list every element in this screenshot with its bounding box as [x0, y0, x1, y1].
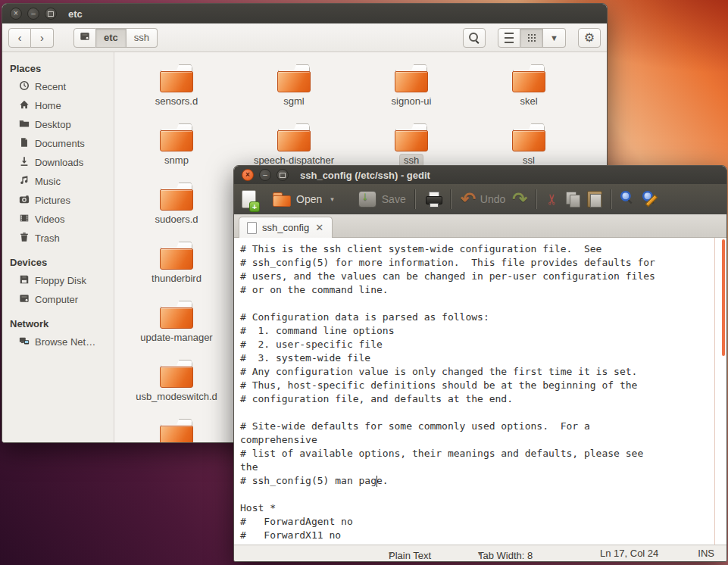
folder-label: update-manager: [136, 332, 216, 344]
window-title: etc: [68, 8, 83, 20]
folder-label: thunderbird: [148, 273, 205, 285]
code-line: # users, and the values can be changed i…: [240, 270, 719, 284]
code-line: # configuration file, and defaults at th…: [240, 393, 719, 407]
close-icon[interactable]: ×: [10, 8, 22, 20]
code-line: # ForwardAgent no: [240, 516, 719, 529]
sidebar-section-devices: Devices: [2, 254, 114, 271]
new-document-icon: +: [242, 190, 256, 208]
search-button[interactable]: [463, 28, 486, 48]
paste-button[interactable]: [587, 191, 602, 208]
sidebar-item[interactable]: Documents: [2, 134, 114, 153]
sidebar-item[interactable]: Browse Net…: [2, 332, 114, 351]
code-line: # list of available options, their meani…: [240, 448, 719, 461]
tab-bar: ssh_config ✕: [234, 214, 726, 238]
sidebar-item[interactable]: Downloads: [2, 153, 114, 172]
insert-mode-indicator: INS: [698, 548, 714, 559]
undo-icon: ↶: [461, 192, 476, 207]
breadcrumb-segment-ssh[interactable]: ssh: [127, 28, 158, 48]
replace-button[interactable]: [643, 192, 658, 207]
sidebar-item[interactable]: Floppy Disk: [2, 271, 114, 290]
copy-button[interactable]: [565, 192, 580, 207]
sidebar-item[interactable]: Trash: [2, 229, 114, 248]
sidebar-item[interactable]: Home: [2, 96, 114, 115]
text-cursor: [376, 476, 377, 487]
maximize-icon[interactable]: [277, 169, 289, 181]
cut-button[interactable]: ✂: [546, 191, 558, 208]
folder-item[interactable]: ssl: [472, 123, 586, 167]
sidebar-item[interactable]: Videos: [2, 210, 114, 229]
minimize-icon[interactable]: –: [259, 169, 271, 181]
new-document-button[interactable]: +: [242, 190, 256, 208]
code-line: # 1. command line options: [240, 325, 719, 339]
undo-button[interactable]: ↶ Undo: [461, 192, 506, 207]
folder-icon: [158, 183, 195, 211]
code-line: comprehensive: [240, 434, 719, 448]
tab-close-icon[interactable]: ✕: [314, 223, 324, 233]
maximize-icon[interactable]: [45, 8, 57, 20]
gear-icon: ⚙: [584, 32, 595, 44]
folder-item[interactable]: usb_modeswitch.d: [120, 360, 233, 403]
document-icon: [247, 222, 257, 234]
folder-item[interactable]: sensors.d: [120, 64, 233, 108]
cut-icon: ✂: [544, 193, 561, 205]
sidebar-item[interactable]: Recent: [2, 77, 114, 96]
sidebar-item[interactable]: Desktop: [2, 115, 114, 134]
back-button[interactable]: ‹: [8, 28, 31, 48]
folder-item[interactable]: sgml: [237, 64, 351, 108]
folder-item[interactable]: snmp: [120, 123, 233, 167]
clock-icon: [19, 80, 30, 93]
folder-icon: [511, 64, 547, 93]
scrollbar-thumb[interactable]: [722, 239, 725, 356]
sidebar-item[interactable]: Pictures: [2, 191, 114, 210]
folder-icon: [393, 123, 430, 152]
forward-button[interactable]: ›: [31, 28, 54, 48]
folder-item[interactable]: skel: [472, 64, 586, 108]
code-line: # ForwardX11 no: [240, 529, 719, 543]
chevron-down-icon: ▾: [330, 195, 334, 203]
paste-icon: [587, 191, 602, 208]
breadcrumb-segment-etc[interactable]: etc: [96, 28, 127, 48]
sidebar-item[interactable]: Computer: [2, 290, 114, 309]
folder-item[interactable]: thunderbird: [120, 242, 233, 285]
sidebar-item[interactable]: Music: [2, 172, 114, 191]
folder-icon: [158, 360, 195, 389]
file-manager-titlebar[interactable]: × – etc: [2, 4, 607, 23]
folder-item[interactable]: ssh: [355, 123, 468, 167]
redo-button[interactable]: ↷: [512, 192, 527, 207]
floppy-icon: [19, 274, 30, 287]
list-view-icon: [505, 33, 514, 43]
redo-icon: ↷: [512, 192, 527, 207]
print-button[interactable]: [425, 192, 442, 207]
list-view-button[interactable]: [498, 28, 520, 48]
code-line: # Configuration data is parsed as follow…: [240, 311, 719, 325]
grid-view-icon: [527, 33, 536, 42]
folder-label: snmp: [161, 155, 192, 167]
drive-icon: [19, 293, 30, 306]
breadcrumb-root-button[interactable]: [73, 28, 96, 48]
grid-view-button[interactable]: [520, 28, 543, 48]
folder-icon: [19, 118, 30, 131]
close-icon[interactable]: ×: [242, 169, 254, 181]
text-editor-area[interactable]: # This is the ssh client system-wide con…: [234, 238, 726, 545]
gedit-titlebar[interactable]: × – ssh_config (/etc/ssh) - gedit: [234, 166, 726, 184]
folder-item[interactable]: sudoers.d: [120, 183, 233, 226]
find-button[interactable]: [621, 192, 636, 207]
code-line: [240, 489, 719, 502]
folder-item[interactable]: [120, 419, 233, 442]
settings-button[interactable]: ⚙: [578, 28, 601, 48]
save-button[interactable]: ↓ Save: [358, 191, 406, 208]
document-text: # This is the ssh client system-wide con…: [240, 243, 719, 543]
minimize-icon[interactable]: –: [27, 8, 39, 20]
folder-item[interactable]: signon-ui: [355, 64, 468, 108]
folder-item[interactable]: update-manager: [120, 301, 233, 344]
tab-ssh-config[interactable]: ssh_config ✕: [239, 217, 333, 238]
copy-icon: [565, 192, 580, 207]
open-folder-icon: [273, 192, 291, 207]
film-icon: [19, 213, 30, 226]
open-button[interactable]: Open ▾: [273, 192, 334, 207]
code-line: the: [240, 461, 719, 475]
view-options-dropdown[interactable]: ▼: [543, 28, 566, 48]
folder-item[interactable]: speech-dispatcher: [237, 123, 351, 167]
code-line: [240, 298, 719, 311]
window-title: ssh_config (/etc/ssh) - gedit: [300, 170, 430, 181]
